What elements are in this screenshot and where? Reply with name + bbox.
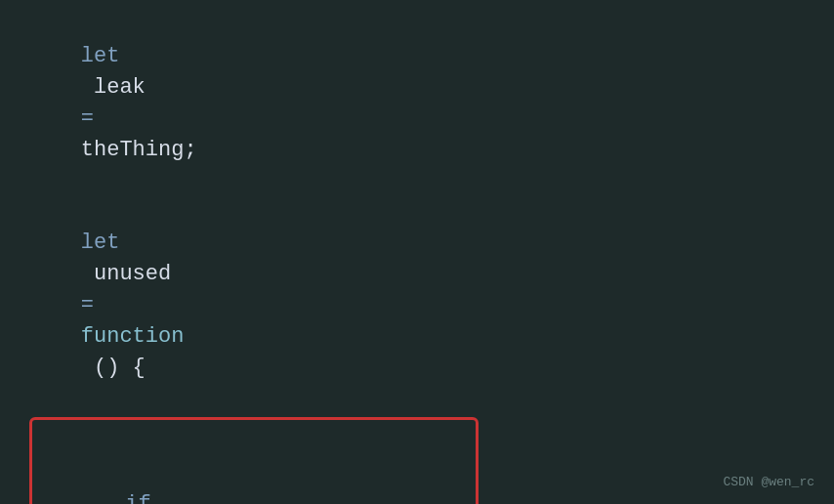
watermark: CSDN @wen_rc — [723, 474, 814, 492]
fn-params: () { — [81, 356, 146, 380]
var-leak: leak — [81, 75, 158, 100]
op-eq2: = — [81, 293, 106, 317]
keyword-function: function — [81, 324, 185, 349]
op-eq: = — [81, 106, 106, 131]
code-line-if: if (leak) — [48, 428, 460, 504]
val-theThing: theThing; — [81, 138, 197, 162]
keyword-let2: let — [81, 231, 120, 255]
indent1 — [125, 461, 177, 485]
code-editor: let leak = theThing; let unused = functi… — [0, 0, 834, 504]
highlight-box: if (leak) console. log ( "hi" ) }; — [29, 417, 479, 504]
keyword-if: if — [125, 492, 150, 504]
var-unused: unused — [81, 262, 185, 286]
keyword-let: let — [81, 44, 120, 68]
code-line-1: let leak = theThing; — [29, 10, 805, 196]
code-line-2: let unused = function () { — [29, 196, 805, 414]
